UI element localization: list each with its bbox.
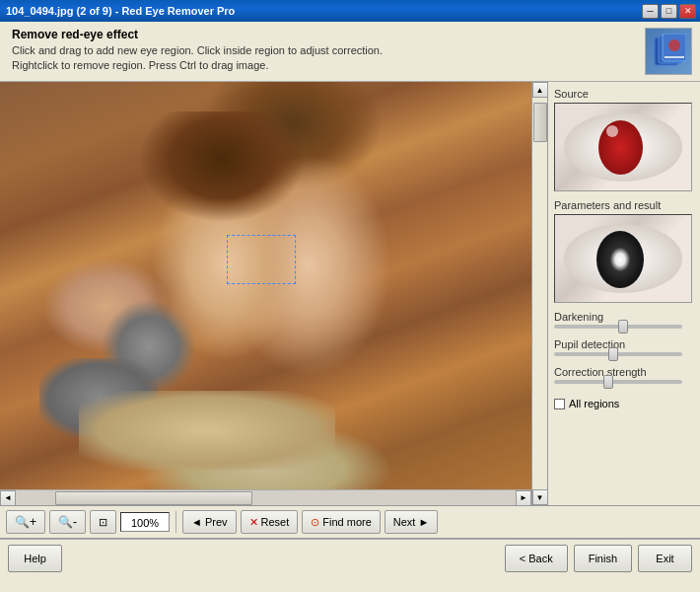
help-button[interactable]: Help [8,545,62,572]
darkening-slider-group: Darkening [554,311,694,331]
correction-label: Correction strength [554,366,694,378]
photo-container: ◄ ► [0,82,531,505]
result-pupil-dark [596,231,644,288]
fit-icon: ⊡ [99,516,107,529]
title-bar: 104_0494.jpg (2 of 9) - Red Eye Remover … [0,0,700,22]
bottom-bar: Help < Back Finish Exit [0,539,700,577]
next-label: Next [393,516,416,528]
main-area: ◄ ► ▲ ▼ Source [0,82,700,506]
separator-1 [175,511,176,533]
prev-icon: ◄ [191,516,202,528]
all-regions-row: All regions [554,398,694,409]
vscroll-thumb[interactable] [533,103,547,142]
right-panel: Source Parameters and result Darkening [547,82,700,505]
vertical-scrollbar[interactable]: ▲ ▼ [531,82,547,505]
person-overlay [0,82,531,489]
fit-button[interactable]: ⊡ [90,510,116,534]
darkening-track[interactable] [554,325,682,329]
eye-selection-region[interactable] [227,235,296,284]
app-icon [645,28,692,75]
source-eye-preview [555,104,691,190]
zoom-in-button[interactable]: 🔍+ [6,510,45,534]
source-thumbnail [554,103,692,191]
result-eye-white [564,224,682,293]
correction-slider-group: Correction strength [554,366,694,386]
instruction-title: Remove red-eye effect [12,28,383,41]
photo-background [0,82,531,489]
source-label: Source [554,88,694,100]
image-panel-inner: ◄ ► ▲ ▼ [0,82,547,505]
close-button[interactable]: ✕ [679,4,696,19]
result-thumbnail [554,214,692,303]
reset-button[interactable]: ✕ Reset [241,510,299,534]
photo-area[interactable] [0,82,531,489]
hscroll-right-arrow[interactable]: ► [516,490,531,506]
horizontal-scrollbar[interactable]: ◄ ► [0,489,531,505]
find-more-icon: ⊙ [311,516,319,529]
window-controls: ─ □ ✕ [640,4,696,19]
zoom-in-icon: 🔍+ [15,515,36,529]
vscroll-down-arrow[interactable]: ▼ [532,489,548,505]
header-text: Remove red-eye effect Click and drag to … [12,28,383,74]
svg-point-3 [668,39,680,51]
zoom-display: 100% [120,512,170,532]
correction-track[interactable] [554,380,682,384]
exit-button[interactable]: Exit [638,545,692,572]
finish-button[interactable]: Finish [574,545,632,572]
window-title: 104_0494.jpg (2 of 9) - Red Eye Remover … [6,5,640,17]
hscroll-track[interactable] [16,490,516,506]
hscroll-thumb[interactable] [55,491,252,505]
vscroll-up-arrow[interactable]: ▲ [532,82,548,98]
instruction-line1: Click and drag to add new eye region. Cl… [12,43,383,58]
pupil-label: Pupil detection [554,338,694,350]
all-regions-label: All regions [569,398,619,409]
prev-label: Prev [205,516,228,528]
reset-label: Reset [261,516,290,528]
pupil-slider-group: Pupil detection [554,338,694,358]
zoom-out-button[interactable]: 🔍- [49,510,86,534]
find-more-button[interactable]: ⊙ Find more [302,510,381,534]
source-pupil-red [598,120,643,175]
minimize-button[interactable]: ─ [642,4,659,19]
correction-thumb[interactable] [603,375,613,389]
find-more-label: Find more [322,516,372,528]
nav-buttons: < Back Finish Exit [505,545,692,572]
vscroll-track[interactable] [532,98,548,489]
pupil-track[interactable] [554,352,682,356]
instruction-line2: Rightclick to remove region. Press Ctrl … [12,58,383,73]
params-label: Parameters and result [554,199,694,211]
maximize-button[interactable]: □ [661,4,677,19]
next-icon: ► [418,516,429,528]
hscroll-left-arrow[interactable]: ◄ [0,490,16,506]
header: Remove red-eye effect Click and drag to … [0,22,700,82]
zoom-out-icon: 🔍- [58,515,77,529]
darkening-thumb[interactable] [618,320,628,333]
result-eye-preview [555,215,691,302]
source-eye-white [564,112,682,182]
next-button[interactable]: Next ► [385,510,439,534]
image-panel[interactable]: ◄ ► ▲ ▼ [0,82,547,505]
all-regions-checkbox[interactable] [554,399,565,409]
toolbar: 🔍+ 🔍- ⊡ 100% ◄ Prev ✕ Reset ⊙ Find more … [0,506,700,539]
reset-icon: ✕ [249,516,258,529]
pupil-thumb[interactable] [608,347,618,361]
back-button[interactable]: < Back [505,545,568,572]
prev-button[interactable]: ◄ Prev [182,510,237,534]
app-logo-icon [651,34,686,69]
